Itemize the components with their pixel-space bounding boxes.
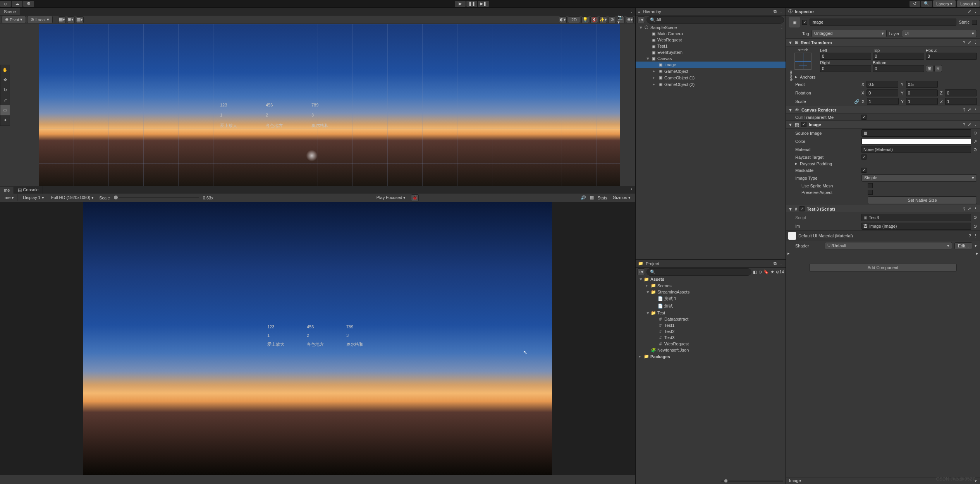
image-enable-checkbox[interactable] (801, 122, 806, 127)
inspector-menu-icon[interactable]: ⋮ (973, 9, 978, 14)
left-field[interactable] (820, 53, 871, 60)
color-field[interactable] (861, 138, 971, 144)
project-menu-icon[interactable]: ⋮ (779, 261, 783, 266)
filter-icon-4[interactable]: ★ (770, 269, 774, 275)
gizmos-toggle[interactable]: Gizmos ▾ (611, 194, 632, 201)
project-item[interactable]: #Test3 (636, 335, 786, 341)
layout-dropdown[interactable]: Layout▾ (957, 0, 980, 7)
project-item[interactable]: #WebRequest (636, 341, 786, 347)
raw-edit-icon[interactable]: R (934, 65, 942, 72)
game-view[interactable]: 123456789 123 爱上放大各色地方奥尔格和 ↖ (0, 202, 635, 475)
canvas-renderer-header[interactable]: ▼👁 Canvas Renderer ?⤢⋮ (786, 106, 980, 114)
top-field[interactable] (873, 53, 924, 60)
inspector-lock-icon[interactable]: ⤢ (968, 9, 971, 14)
rot-z[interactable] (945, 89, 977, 96)
material-header[interactable]: Default UI Material (Material) ?⋮ (786, 230, 980, 241)
cull-checkbox[interactable] (861, 115, 867, 120)
project-item[interactable]: ▸📁Packages (636, 353, 786, 360)
grid-visibility-icon[interactable]: ▥▾ (76, 16, 84, 23)
source-image-field[interactable]: ▩ (861, 129, 971, 137)
maskable-checkbox[interactable] (861, 168, 867, 173)
pivot-y[interactable] (906, 81, 938, 88)
project-add-button[interactable]: +▾ (637, 268, 645, 275)
rect-tool-icon[interactable]: ▭ (0, 105, 10, 115)
object-name-field[interactable] (810, 19, 956, 26)
filter-icon-2[interactable]: ⊙ (758, 269, 762, 275)
script-component-header[interactable]: ▼# Test 3 (Script) ?⤢⋮ (786, 205, 980, 213)
image-component-header[interactable]: ▼🖼 Image ?⤢⋮ (786, 120, 980, 129)
cloud-icon[interactable]: ☁ (12, 1, 22, 7)
project-item[interactable]: ▼📁Test (636, 310, 786, 316)
hidden-icon[interactable]: ⊘ (608, 16, 616, 23)
hierarchy-tree[interactable]: ▼⬡SampleScene⋮▣Main Camera▣WebRequest▣Te… (636, 24, 786, 259)
hierarchy-add-button[interactable]: +▾ (637, 16, 645, 23)
shader-dropdown[interactable]: UI/Default▾ (825, 242, 952, 249)
layer-dropdown[interactable]: UI▾ (902, 30, 977, 37)
rect-transform-header[interactable]: ▼⊞ Rect Transform ?⤢⋮ (786, 38, 980, 46)
view-tool-icon[interactable]: ✋ (0, 65, 10, 75)
active-checkbox[interactable] (802, 20, 807, 25)
hierarchy-item[interactable]: ▣EventSystem (636, 49, 786, 55)
hierarchy-popout-icon[interactable]: ⧉ (774, 9, 777, 14)
settings-icon[interactable]: ⚙ (23, 1, 34, 7)
draw-mode-icon[interactable]: ◐▾ (559, 16, 567, 23)
add-component-button[interactable]: Add Component (809, 264, 957, 271)
display-select[interactable]: Display 1 ▾ (21, 194, 45, 201)
2d-toggle[interactable]: 2D (568, 16, 580, 23)
scene-tab[interactable]: Scene (0, 8, 20, 15)
raycast-checkbox[interactable] (861, 154, 867, 160)
blueprint-icon[interactable]: ⊞ (926, 65, 934, 72)
image-type-dropdown[interactable]: Simple▾ (861, 174, 977, 182)
project-item[interactable]: #Test2 (636, 328, 786, 335)
set-native-size-button[interactable]: Set Native Size (868, 196, 977, 204)
scale-slider[interactable] (114, 197, 199, 198)
sprite-mesh-checkbox[interactable] (868, 183, 873, 188)
tag-dropdown[interactable]: Untagged▾ (812, 30, 887, 37)
rot-x[interactable] (867, 89, 898, 96)
project-search[interactable]: 🔍 (646, 268, 751, 276)
hierarchy-item[interactable]: ▸▣GameObject (1) (636, 74, 786, 81)
gizmos-icon[interactable]: ⊕▾ (626, 16, 634, 23)
stats-toggle[interactable]: Stats (598, 196, 607, 200)
bug-icon[interactable]: 🐞 (411, 194, 419, 201)
hierarchy-item[interactable]: ▣WebRequest (636, 37, 786, 43)
project-item[interactable]: ▼📁StreamingAssets (636, 289, 786, 295)
material-field[interactable]: None (Material) (861, 146, 971, 153)
scene-view[interactable]: 123456789 123 爱上放大各色地方奥尔格和 ✋ ✥ ↻ ⤢ ▭ ✦ (0, 24, 635, 186)
snap-increment-icon[interactable]: ⊞▾ (67, 16, 75, 23)
hierarchy-item[interactable]: ▸▣GameObject (2) (636, 81, 786, 88)
rot-y[interactable] (906, 89, 938, 96)
rotate-tool-icon[interactable]: ↻ (0, 85, 10, 95)
static-checkbox[interactable] (972, 20, 977, 25)
local-toggle[interactable]: ⊙ Local ▾ (27, 16, 52, 23)
play-button[interactable]: ▶ (455, 1, 466, 7)
hierarchy-item[interactable]: ▣Main Camera (636, 31, 786, 37)
hierarchy-item[interactable]: ▸▣GameObject (636, 68, 786, 74)
right-field[interactable] (820, 65, 871, 72)
project-item[interactable]: ▼📁Assets (636, 276, 786, 282)
project-item[interactable]: ▸📁Scenes (636, 282, 786, 289)
scale-x[interactable] (867, 98, 899, 105)
hierarchy-item[interactable]: ▼▣Canvas (636, 55, 786, 62)
im-field[interactable]: 🖼 Image (Image) (861, 223, 971, 230)
project-item[interactable]: 📄测试 1 (636, 295, 786, 302)
move-tool-icon[interactable]: ✥ (0, 75, 10, 85)
link-icon[interactable]: 🔗 (854, 99, 860, 104)
scale-tool-icon[interactable]: ⤢ (0, 95, 10, 105)
play-focused-select[interactable]: Play Focused ▾ (375, 194, 407, 201)
pivot-x[interactable] (867, 81, 898, 88)
hierarchy-menu-icon[interactable]: ⋮ (779, 9, 783, 14)
fx-icon[interactable]: ✨▾ (599, 16, 607, 23)
hidden-count[interactable]: ⊘14 (776, 269, 784, 275)
audio-icon[interactable]: 🔇 (590, 16, 598, 23)
scene-menu-icon[interactable]: ⋮ (628, 9, 635, 14)
hierarchy-item[interactable]: ▣Test1 (636, 43, 786, 49)
undo-history-icon[interactable]: ↺ (910, 1, 920, 7)
pivot-toggle[interactable]: ⊕ Pivot ▾ (2, 16, 26, 23)
game-menu-icon[interactable]: ⋮ (628, 187, 635, 192)
aspect-icon[interactable]: ▦ (590, 195, 594, 200)
project-popout-icon[interactable]: ⧉ (774, 261, 777, 266)
anchor-preset-button[interactable] (794, 53, 812, 70)
search-icon[interactable]: 🔍 (921, 1, 932, 7)
project-item[interactable]: 🧩Newtonsoft.Json (636, 347, 786, 353)
